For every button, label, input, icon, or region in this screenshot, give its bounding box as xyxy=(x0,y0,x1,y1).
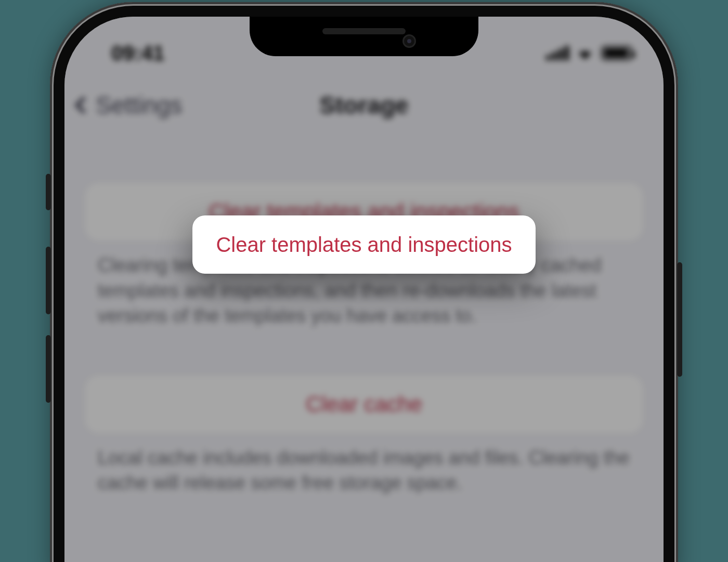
clear-cache-label: Clear cache xyxy=(306,392,422,417)
status-time: 09:41 xyxy=(111,42,164,65)
speaker-grill xyxy=(322,28,406,34)
page-title: Storage xyxy=(319,91,408,119)
clear-templates-button[interactable]: Clear templates and inspections xyxy=(192,215,536,274)
iphone-frame: 09:41 xyxy=(50,2,678,562)
wifi-icon xyxy=(576,46,594,60)
cellular-icon xyxy=(546,46,569,60)
volume-down-button xyxy=(46,335,51,403)
nav-bar: Settings Storage xyxy=(64,74,664,136)
status-icons xyxy=(546,46,632,60)
back-label: Settings xyxy=(96,91,182,119)
power-button xyxy=(677,262,682,377)
phone-screen: 09:41 xyxy=(64,17,664,562)
clear-templates-label: Clear templates and inspections xyxy=(216,233,512,257)
battery-icon xyxy=(601,46,632,60)
notch xyxy=(250,17,478,56)
clear-cache-button[interactable]: Clear cache xyxy=(85,376,643,433)
volume-up-button xyxy=(46,247,51,314)
chevron-left-icon xyxy=(74,96,92,114)
clear-cache-footer: Local cache includes downloaded images a… xyxy=(85,433,643,496)
mute-switch xyxy=(46,174,51,210)
front-camera xyxy=(402,34,416,48)
back-button[interactable]: Settings xyxy=(77,91,182,119)
